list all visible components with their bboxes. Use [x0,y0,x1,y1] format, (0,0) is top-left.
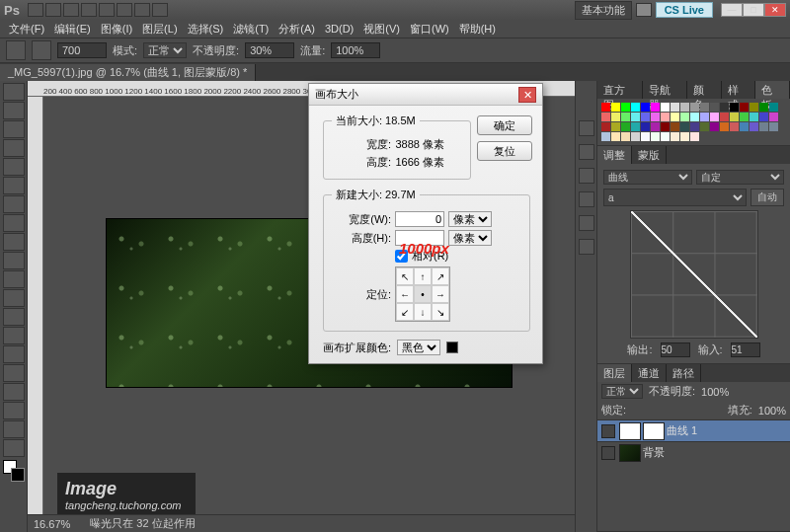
menu-select[interactable]: 选择(S) [183,22,229,37]
anchor-grid[interactable]: ↖↑↗ ←•→ ↙↓↘ [395,266,450,322]
heal-tool-icon[interactable] [3,195,25,213]
hand-tool-icon[interactable] [3,420,25,438]
current-tool-icon[interactable] [6,40,26,60]
lasso-tool-icon[interactable] [3,120,25,138]
tab-styles[interactable]: 样式 [722,81,756,99]
search-icon[interactable] [636,3,652,17]
tab-navigator[interactable]: 导航器 [643,81,688,99]
layer-name[interactable]: 曲线 1 [667,423,697,438]
curves-output-label: 输出: [627,342,652,357]
extend-color-select[interactable]: 黑色 [397,340,440,355]
curves-auto-button[interactable]: 自动 [750,189,784,206]
brush-tool-icon[interactable] [3,214,25,232]
ok-button[interactable]: 确定 [477,115,532,135]
document-tab[interactable]: _MG_5997(1).jpg @ 16.7% (曲线 1, 图层蒙版/8) * [0,64,256,81]
watermark: Image tangcheng.tuchong.com [57,473,196,516]
visibility-icon[interactable] [601,446,615,460]
workspace-switcher[interactable]: 基本功能 [575,1,632,20]
history-brush-tool-icon[interactable] [3,252,25,269]
layer-fill-value[interactable]: 100% [758,405,786,417]
minimize-button[interactable]: — [721,3,743,17]
tab-paths[interactable]: 路径 [667,364,701,382]
menu-window[interactable]: 窗口(W) [405,22,454,37]
extend-color-swatch[interactable] [446,342,458,353]
color-swap[interactable] [3,460,25,482]
curves-input-input[interactable] [731,342,760,357]
layer-thumb [619,444,641,462]
menu-bar: 文件(F) 编辑(E) 图像(I) 图层(L) 选择(S) 滤镜(T) 分析(A… [0,20,790,38]
brush-preset-icon[interactable] [32,40,51,60]
menu-analysis[interactable]: 分析(A) [274,22,320,37]
actions-icon[interactable] [579,144,594,160]
move-tool-icon[interactable] [3,83,25,101]
tab-adjustments[interactable]: 调整 [597,146,632,164]
cslive-button[interactable]: CS Live [656,2,713,18]
layer-opacity-label: 不透明度: [649,384,695,399]
crop-tool-icon[interactable] [3,158,25,176]
cur-height-label: 高度: [332,155,391,170]
visibility-icon[interactable] [601,424,615,438]
zoom-tool-icon[interactable] [3,439,25,457]
collapsed-panel-strip [575,81,596,532]
stamp-tool-icon[interactable] [3,233,25,251]
menu-3d[interactable]: 3D(D) [320,23,358,35]
menu-file[interactable]: 文件(F) [4,22,49,37]
eyedropper-tool-icon[interactable] [3,177,25,194]
opacity-input[interactable]: 30% [245,42,294,58]
wand-tool-icon[interactable] [3,139,25,157]
layer-opacity-value[interactable]: 100% [701,386,729,398]
dodge-tool-icon[interactable] [3,327,25,344]
tab-color[interactable]: 颜色 [687,81,722,99]
width-unit-select[interactable]: 像素 [448,211,492,227]
curves-graph[interactable] [630,210,758,339]
shape-tool-icon[interactable] [3,402,25,419]
tab-masks[interactable]: 蒙版 [632,146,667,164]
layer-blend-select[interactable]: 正常 [601,384,643,399]
new-height-label: 高度(H): [332,231,391,246]
curves-output-input[interactable] [661,342,690,357]
canvas-size-dialog: 画布大小 ✕ 确定 复位 当前大小: 18.5M 宽度:3888 像素 高度:1… [308,83,543,364]
info-icon[interactable] [579,239,594,255]
history-icon[interactable] [579,120,594,136]
type-tool-icon[interactable] [3,364,25,382]
curves-channel-select[interactable]: a [603,189,747,206]
menu-view[interactable]: 视图(V) [358,22,405,37]
menu-help[interactable]: 帮助(H) [454,22,501,37]
zoom-level[interactable]: 16.67% [34,518,70,530]
layer-row[interactable]: 背景 [597,441,790,463]
menu-image[interactable]: 图像(I) [96,22,137,37]
tab-channels[interactable]: 通道 [632,364,667,382]
flow-label: 流量: [300,43,325,58]
brush-size-input[interactable]: 700 [57,42,107,58]
opacity-label: 不透明度: [193,43,239,58]
height-unit-select[interactable]: 像素 [448,230,492,246]
tab-layers[interactable]: 图层 [597,364,632,382]
pen-tool-icon[interactable] [3,345,25,363]
flow-input[interactable]: 100% [331,42,380,58]
curves-type-select[interactable]: 曲线 [603,170,692,185]
cur-height-value: 1666 像素 [395,155,444,170]
blur-tool-icon[interactable] [3,308,25,326]
swatches-grid[interactable] [601,103,786,141]
path-tool-icon[interactable] [3,383,25,401]
layer-name[interactable]: 背景 [643,445,665,460]
tab-histogram[interactable]: 直方图 [597,81,643,99]
gradient-tool-icon[interactable] [3,289,25,307]
maximize-button[interactable]: □ [743,3,764,17]
eraser-tool-icon[interactable] [3,270,25,288]
reset-button[interactable]: 复位 [477,141,532,161]
menu-filter[interactable]: 滤镜(T) [228,22,274,37]
character-icon[interactable] [579,168,594,184]
paragraph-icon[interactable] [579,191,594,207]
dialog-close-button[interactable]: ✕ [518,87,536,103]
tab-swatches[interactable]: 色板 [755,81,790,99]
menu-layer[interactable]: 图层(L) [137,22,182,37]
close-button[interactable]: ✕ [764,3,786,17]
layer-row[interactable]: 曲线 1 [597,419,790,441]
marquee-tool-icon[interactable] [3,102,25,119]
blend-mode-select[interactable]: 正常 [143,42,187,58]
menu-edit[interactable]: 编辑(E) [49,22,96,37]
clone-icon[interactable] [579,215,594,231]
new-width-input[interactable] [395,211,444,227]
curves-preset-select[interactable]: 自定 [696,170,785,185]
